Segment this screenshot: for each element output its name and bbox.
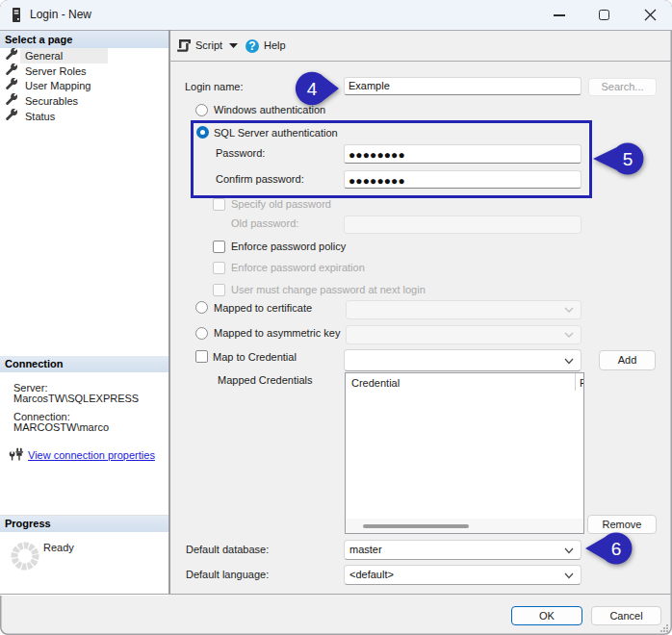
svg-text:6: 6 <box>611 539 622 559</box>
svg-text:5: 5 <box>623 149 633 169</box>
svg-text:4: 4 <box>307 79 318 99</box>
